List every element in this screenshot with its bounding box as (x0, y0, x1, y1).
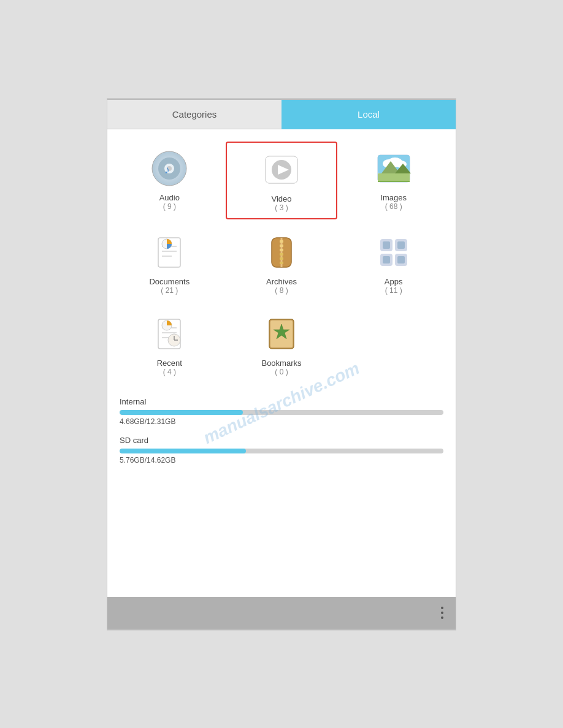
internal-bar-fill (120, 410, 243, 415)
category-item-recent[interactable]: Recent ( 4 ) (113, 307, 226, 382)
sdcard-bar-bg (120, 449, 443, 453)
bookmarks-icon (263, 316, 300, 352)
svg-rect-30 (280, 262, 283, 264)
archives-count: ( 8 ) (275, 286, 288, 295)
extra-space (107, 487, 456, 597)
dot-2 (441, 612, 443, 614)
tab-categories-label: Categories (172, 109, 217, 119)
video-label: Video (271, 194, 291, 203)
svg-rect-15 (378, 181, 410, 182)
internal-label: Internal (120, 397, 443, 406)
images-label: Images (380, 193, 407, 202)
dot-3 (441, 616, 443, 619)
audio-icon: ♪ (151, 150, 188, 187)
video-icon-wrapper (261, 149, 302, 191)
category-item-audio[interactable]: ♪ Audio ( 9 ) (113, 142, 226, 219)
apps-label: Apps (385, 277, 403, 286)
svg-rect-14 (378, 173, 410, 182)
svg-rect-27 (280, 249, 283, 251)
svg-rect-38 (397, 256, 405, 264)
internal-bar-bg (120, 410, 443, 415)
category-item-archives[interactable]: Archives ( 8 ) (226, 226, 338, 301)
bottom-border (107, 629, 456, 630)
svg-rect-35 (383, 241, 390, 249)
menu-button[interactable] (441, 607, 443, 619)
video-count: ( 3 ) (275, 203, 288, 212)
images-icon-wrapper (373, 148, 415, 189)
documents-label: Documents (149, 277, 190, 286)
recent-icon (151, 316, 188, 352)
category-item-bookmarks[interactable]: Bookmarks ( 0 ) (226, 307, 338, 382)
audio-count: ( 9 ) (163, 202, 176, 211)
category-item-documents[interactable]: Documents ( 21 ) (113, 226, 226, 301)
tab-local-label: Local (358, 109, 380, 119)
sdcard-value: 5.76GB/14.62GB (120, 456, 443, 464)
bookmarks-count: ( 0 ) (275, 368, 288, 376)
device-frame: Categories Local (107, 98, 456, 631)
svg-rect-37 (383, 256, 390, 264)
sdcard-bar-fill (120, 449, 246, 453)
video-icon (263, 151, 300, 188)
audio-icon-wrapper: ♪ (148, 148, 190, 189)
dot-1 (441, 607, 443, 609)
sdcard-label: SD card (120, 436, 443, 445)
internal-value: 4.68GB/12.31GB (120, 417, 443, 426)
svg-rect-26 (280, 245, 283, 247)
images-icon (375, 150, 412, 187)
audio-label: Audio (159, 193, 180, 202)
recent-label: Recent (157, 358, 182, 368)
apps-icon-wrapper (373, 232, 415, 273)
documents-icon (151, 234, 188, 271)
bookmarks-icon-wrapper (261, 313, 302, 355)
archives-label: Archives (266, 277, 297, 286)
tab-bar: Categories Local (107, 100, 456, 129)
category-item-images[interactable]: Images ( 68 ) (337, 142, 450, 219)
svg-text:♪: ♪ (164, 164, 170, 176)
category-item-video[interactable]: Video ( 3 ) (226, 142, 338, 219)
apps-count: ( 11 ) (385, 286, 402, 295)
recent-count: ( 4 ) (163, 368, 176, 376)
svg-rect-25 (280, 240, 283, 243)
screen: Categories Local (107, 100, 456, 629)
action-bar (107, 597, 456, 629)
category-item-apps[interactable]: Apps ( 11 ) (337, 226, 450, 301)
apps-icon (375, 234, 412, 271)
svg-rect-28 (280, 253, 283, 256)
content-area: ♪ Audio ( 9 ) (107, 129, 456, 487)
svg-rect-29 (280, 257, 283, 260)
documents-count: ( 21 ) (161, 286, 178, 295)
storage-section: Internal 4.68GB/12.31GB SD card 5.76GB/1… (113, 397, 450, 464)
documents-icon-wrapper (148, 232, 190, 273)
archives-icon (263, 234, 300, 271)
tab-local[interactable]: Local (282, 100, 456, 129)
svg-rect-36 (397, 241, 405, 249)
recent-icon-wrapper (148, 313, 190, 355)
tab-categories[interactable]: Categories (107, 100, 282, 129)
bookmarks-label: Bookmarks (261, 358, 301, 368)
images-count: ( 68 ) (385, 202, 402, 211)
category-grid: ♪ Audio ( 9 ) (113, 142, 450, 382)
archives-icon-wrapper (261, 232, 302, 273)
